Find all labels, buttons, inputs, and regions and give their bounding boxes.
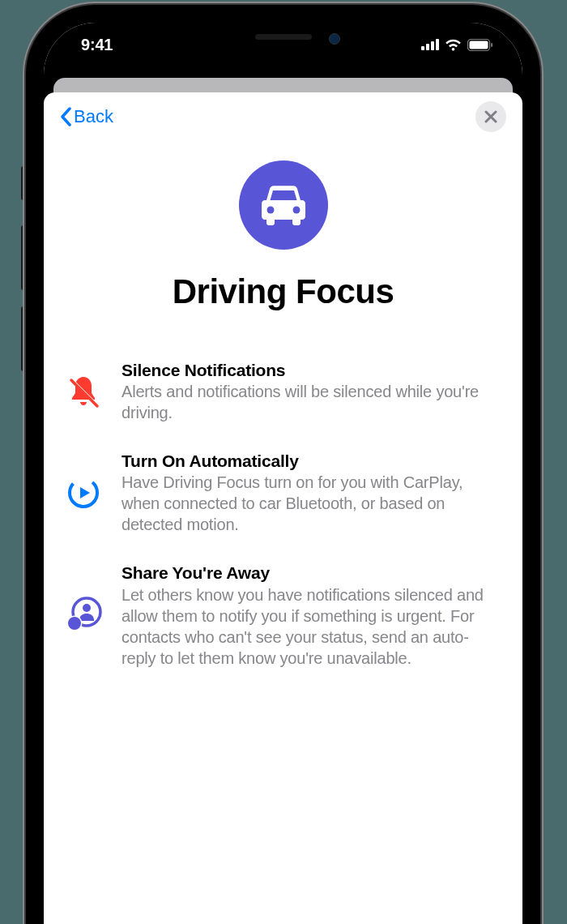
sheet-content: Driving Focus Silence Notifications Aler… xyxy=(44,141,522,924)
feature-desc: Let others know you have notifications s… xyxy=(122,584,503,669)
hero-icon-circle xyxy=(239,160,328,250)
person-status-icon xyxy=(65,597,102,634)
svg-point-11 xyxy=(83,604,91,612)
svg-point-8 xyxy=(292,207,300,214)
feature-desc: Alerts and notifications will be silence… xyxy=(122,381,503,423)
phone-screen: 9:41 xyxy=(44,23,522,924)
feature-title: Silence Notifications xyxy=(122,360,503,380)
chevron-left-icon xyxy=(60,107,72,126)
feature-row: Silence Notifications Alerts and notific… xyxy=(63,360,503,423)
back-button[interactable]: Back xyxy=(60,106,113,127)
svg-rect-0 xyxy=(421,46,424,50)
close-button[interactable] xyxy=(475,101,506,132)
svg-rect-1 xyxy=(426,44,429,50)
sheet-header: Back xyxy=(44,92,522,141)
feature-row: Share You're Away Let others know you ha… xyxy=(63,563,503,668)
phone-notch xyxy=(186,23,381,55)
back-label: Back xyxy=(74,106,113,127)
feature-row: Turn On Automatically Have Driving Focus… xyxy=(63,451,503,535)
feature-title: Turn On Automatically xyxy=(122,451,503,471)
svg-rect-3 xyxy=(436,39,439,50)
close-icon xyxy=(484,110,497,123)
svg-point-13 xyxy=(68,617,81,630)
svg-rect-6 xyxy=(491,43,492,47)
bell-slash-icon xyxy=(66,374,101,409)
cellular-icon xyxy=(421,39,439,50)
feature-desc: Have Driving Focus turn on for you with … xyxy=(122,472,503,535)
phone-frame: 9:41 xyxy=(26,5,540,924)
svg-rect-5 xyxy=(470,41,488,49)
page-title: Driving Focus xyxy=(63,272,503,311)
modal-sheet: Back Driving Focus xyxy=(44,92,522,924)
svg-point-7 xyxy=(266,207,274,214)
status-time: 9:41 xyxy=(81,36,113,54)
battery-icon xyxy=(467,39,493,51)
wifi-icon xyxy=(445,39,462,51)
feature-title: Share You're Away xyxy=(122,563,503,583)
play-circle-icon xyxy=(66,475,101,511)
car-icon xyxy=(258,184,309,226)
status-icons xyxy=(421,39,493,51)
svg-rect-2 xyxy=(431,41,434,50)
